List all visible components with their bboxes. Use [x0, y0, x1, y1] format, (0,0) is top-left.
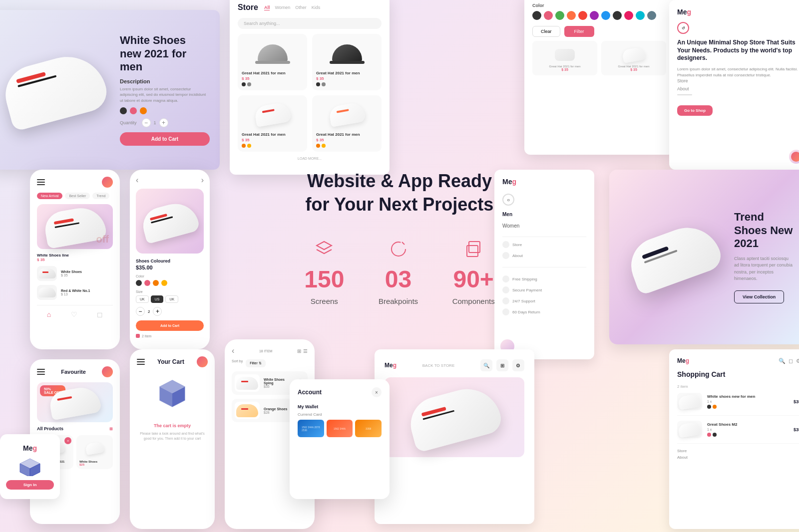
hamburger-icon[interactable]	[37, 179, 45, 185]
all-products-icon[interactable]: ⊞	[109, 427, 113, 431]
bp-settings-icon[interactable]: ⚙	[512, 359, 524, 371]
bp-search-icon[interactable]: 🔍	[480, 359, 492, 371]
sc-settings-icon[interactable]: ⚙	[796, 358, 799, 364]
product-title: White Shoes new 2021 for men	[120, 34, 210, 73]
color-option-pink[interactable]	[130, 107, 137, 114]
swatch-dark[interactable]	[613, 11, 622, 20]
store-tab-women[interactable]: Women	[275, 5, 290, 10]
detail-color-pink[interactable]	[144, 280, 150, 286]
bag-icon[interactable]: ◻	[97, 310, 103, 318]
store-product-2[interactable]: Great Hat 2021 for men $ 35	[312, 34, 382, 90]
store-tab-all[interactable]: All	[264, 5, 270, 10]
heart-icon[interactable]: ♡	[71, 310, 77, 318]
main-container: White Shoes new 2021 for men Description…	[0, 0, 799, 532]
swatch-red[interactable]	[578, 11, 587, 20]
fav-product-2[interactable]: White Shoes $25	[76, 435, 113, 469]
color-option-black[interactable]	[120, 107, 127, 114]
home-icon[interactable]: ⌂	[47, 310, 51, 318]
sc-title: Shopping Cart	[677, 370, 799, 378]
detail-color-orange[interactable]	[153, 280, 159, 286]
size-btn-uk[interactable]: UK	[136, 295, 149, 303]
fav-menu-line-3	[37, 374, 45, 375]
color-filter-section: Color	[532, 3, 666, 20]
back-arrow-icon[interactable]: ‹	[136, 176, 138, 185]
swatch-purple[interactable]	[590, 11, 599, 20]
swatch-blue[interactable]	[601, 11, 610, 20]
swatch-slate[interactable]	[647, 11, 656, 20]
tag-new-arrival[interactable]: New Arrival	[37, 193, 62, 199]
grid-view-icon[interactable]: ⊞	[297, 348, 301, 354]
store-product-1[interactable]: Great Hat 2021 for men $ 35	[238, 34, 307, 90]
go-to-shop-button[interactable]: Go to Shop	[677, 105, 713, 116]
product-detail-card: White Shoes new 2021 for men Description…	[0, 10, 220, 170]
bp-grid-icon[interactable]: ⊞	[496, 359, 508, 371]
swatch-black[interactable]	[532, 11, 541, 20]
fav-hamburger-icon[interactable]	[37, 369, 45, 375]
apply-filter-button[interactable]: Filter	[564, 26, 594, 37]
forward-arrow-icon[interactable]: ›	[201, 176, 204, 185]
swatch-green[interactable]	[555, 11, 564, 20]
size-btn-uk2[interactable]: UK	[165, 295, 178, 303]
bp-back-to-store[interactable]: BACK TO STORE	[422, 363, 454, 368]
add-to-cart-mobile[interactable]: Add to Cart	[136, 320, 204, 331]
hero-stats: 150 Screens 03 Breakpoints	[295, 237, 504, 305]
nav-item-men[interactable]: Men	[502, 212, 586, 217]
signin-button[interactable]: Sign In	[6, 480, 54, 490]
cart-empty-desc: Please take a look around and find what'…	[137, 431, 208, 441]
sc-nav-about[interactable]: About	[677, 455, 799, 460]
refresh-icon: ↺	[677, 22, 689, 34]
swatch-magenta[interactable]	[624, 11, 633, 20]
fav-add-btn[interactable]: +	[64, 437, 71, 444]
cart-hamburger-icon[interactable]	[137, 359, 145, 365]
clear-filter-button[interactable]: Clear	[532, 26, 560, 37]
size-btn-us[interactable]: US	[151, 295, 164, 303]
store-tab-other[interactable]: Other	[295, 5, 307, 10]
shoe-thumb-red	[38, 268, 56, 278]
store-product-3[interactable]: Great Hat 2021 for men $ 35	[238, 95, 307, 152]
qty-increase-detail[interactable]: +	[153, 307, 162, 316]
view-collection-button[interactable]: View Collection	[734, 290, 784, 303]
qty-decrease-detail[interactable]: −	[136, 307, 145, 316]
swatch-pink[interactable]	[544, 11, 553, 20]
sc-cart-icon[interactable]: ◻	[789, 358, 793, 364]
items-count-text: 2 Item	[142, 334, 151, 338]
swatch-cyan[interactable]	[636, 11, 645, 20]
color-option-orange[interactable]	[140, 107, 147, 114]
sc-search-icon[interactable]: 🔍	[779, 358, 786, 364]
store-search[interactable]: Search anything...	[238, 18, 382, 29]
credit-card-blue[interactable]: 1562 344A 2878 2536	[298, 420, 324, 437]
mobile-product-row-1[interactable]: White Shoes $ 35	[37, 266, 113, 281]
bf-filter-button[interactable]: Filter ⇅	[246, 359, 266, 367]
credit-card-orange[interactable]: 3358	[355, 420, 382, 437]
quantity-decrease[interactable]: −	[142, 118, 151, 127]
nav-item-women[interactable]: Women	[502, 223, 586, 229]
swatch-orange[interactable]	[567, 11, 576, 20]
tag-trend[interactable]: Trend	[92, 193, 109, 199]
bf-back-icon[interactable]: ‹	[232, 346, 234, 355]
add-to-cart-button[interactable]: Add to Cart	[120, 132, 210, 146]
filter-product-1[interactable]: Great Hat 2021 for men $ 35	[532, 41, 597, 75]
store-product-4[interactable]: Great Hat 2021 for men $ 35	[312, 95, 382, 152]
quantity-increase[interactable]: +	[159, 118, 168, 127]
cart-mobile-header: Your Cart	[137, 356, 208, 367]
minimal-nav-about[interactable]: About	[677, 86, 799, 91]
all-products-label: All Products ⊞	[37, 426, 113, 431]
bf-header: ‹ 18 ITEM ⊞ ☰	[232, 346, 308, 355]
filter-product-2[interactable]: Great Hat 2021 for men $ 35	[601, 41, 666, 75]
sc-icons: 🔍 ◻ ⚙	[779, 358, 799, 364]
detail-color-black[interactable]	[136, 280, 142, 286]
load-more-button[interactable]: LOAD MORE...	[238, 157, 382, 160]
sc-nav-store[interactable]: Store	[677, 449, 799, 453]
credit-card-coral[interactable]: 1562 344A	[327, 420, 353, 437]
store-tab-kids[interactable]: Kids	[312, 5, 321, 10]
popup-close-button[interactable]: ×	[372, 387, 382, 397]
trend-shoes-card: Trend Shoes New 2021 Class aptent taciti…	[609, 170, 799, 344]
hero-product-name: White Shoes line $ 35	[37, 253, 69, 262]
mobile-product-row-2[interactable]: Red & White No.1 $ 13	[37, 285, 113, 300]
tag-best-seller[interactable]: Best Seller	[65, 193, 90, 199]
detail-color-yellow[interactable]	[161, 280, 167, 286]
store-products-grid: Great Hat 2021 for men $ 35 Great Hat 20…	[238, 34, 382, 152]
minimal-nav-store[interactable]: Store	[677, 78, 799, 83]
list-view-icon[interactable]: ☰	[303, 348, 308, 354]
product-4-price: $ 35	[316, 138, 378, 142]
